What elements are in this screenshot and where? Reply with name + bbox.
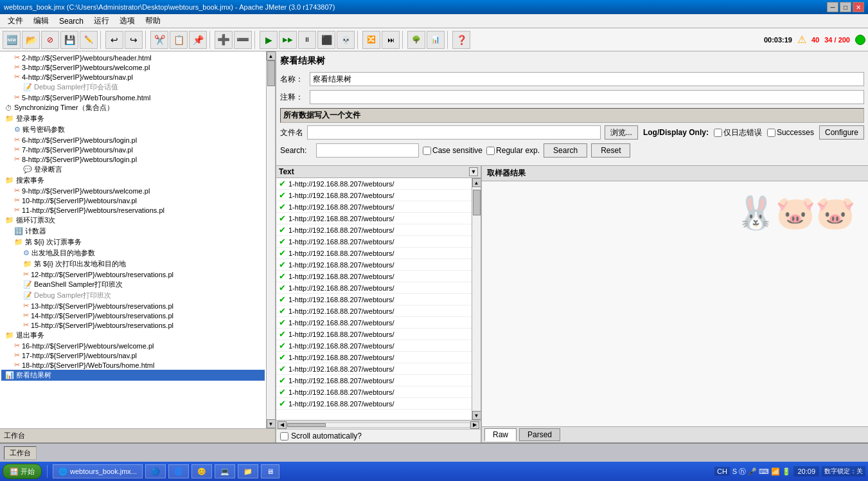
- menu-help[interactable]: 帮助: [140, 14, 166, 28]
- tab-parsed[interactable]: Parsed: [519, 428, 560, 441]
- regular-exp-checkbox[interactable]: [486, 147, 495, 155]
- remote-stop-button[interactable]: ⏭: [382, 31, 400, 49]
- menu-search[interactable]: Search: [54, 15, 89, 27]
- column-dropdown[interactable]: ▼: [469, 167, 478, 176]
- list-item[interactable]: ✔1-http://192.168.88.207/webtours/: [276, 340, 472, 352]
- result-scroll-down[interactable]: ▼: [472, 411, 481, 420]
- list-item[interactable]: ✔1-http://192.168.88.207/webtours/: [276, 294, 472, 305]
- tree-item[interactable]: ✂2-http://${ServerIP}/webtours/header.ht…: [1, 53, 265, 62]
- start-button[interactable]: 🪟 开始: [3, 464, 42, 479]
- case-sensitive-checkbox[interactable]: [423, 147, 431, 155]
- tree-item[interactable]: 📁第 ${i} 次订票事务: [1, 237, 265, 248]
- taskbar-item-0[interactable]: 🌐 webtours_book.jmx...: [53, 464, 143, 478]
- tree-item[interactable]: 📊察看结果树: [1, 370, 265, 381]
- tree-item[interactable]: 📝Debug Sampler打印会话值: [1, 82, 265, 93]
- close-button[interactable]: ✕: [853, 2, 864, 12]
- tree-item[interactable]: 📁登录事务: [1, 113, 265, 124]
- tree-item[interactable]: 📁退出事务: [1, 330, 265, 341]
- search-input[interactable]: [316, 143, 419, 158]
- tree-item[interactable]: ⚙账号密码参数: [1, 124, 265, 135]
- tree-item[interactable]: 📝Debug Sampler打印班次: [1, 290, 265, 301]
- search-button[interactable]: Search: [544, 143, 587, 158]
- tree-item[interactable]: 📁第 ${i} 次打印出发地和目的地: [1, 259, 265, 269]
- tree-item[interactable]: 💬登录断言: [1, 164, 265, 175]
- stop-button[interactable]: ⬛: [317, 31, 335, 49]
- tree-item[interactable]: ✂10-http://${ServerIP}/webtours/nav.pl: [1, 195, 265, 205]
- regular-exp-label[interactable]: Regular exp.: [486, 146, 540, 155]
- list-item[interactable]: ✔1-http://192.168.88.207/webtours/: [276, 236, 472, 248]
- taskbar-item-5[interactable]: 📁: [238, 464, 258, 478]
- tree-item[interactable]: ✂16-http://${ServerIP}/webtours/welcome.…: [1, 341, 265, 350]
- redo-button[interactable]: ↪: [125, 31, 143, 49]
- tree-item[interactable]: ✂13-http://${ServerIP}/webtours/reservat…: [1, 301, 265, 311]
- tree-item[interactable]: ✂6-http://${ServerIP}/webtours/login.pl: [1, 135, 265, 145]
- taskbar-clock[interactable]: 20:09: [793, 466, 819, 476]
- errors-only-checkbox[interactable]: [714, 129, 722, 137]
- menu-run[interactable]: 运行: [89, 14, 114, 28]
- tree-item[interactable]: 📁搜索事务: [1, 175, 265, 186]
- taskbar-item-4[interactable]: 💻: [215, 464, 235, 478]
- list-item[interactable]: ✔1-http://192.168.88.207/webtours/: [276, 213, 472, 224]
- menu-edit[interactable]: 编辑: [28, 14, 54, 28]
- tree-item[interactable]: ✂17-http://${ServerIP}/webtours/nav.pl: [1, 350, 265, 360]
- tree-scroll-thumb[interactable]: [267, 60, 275, 86]
- reset-button[interactable]: Reset: [591, 143, 630, 158]
- maximize-button[interactable]: □: [840, 2, 851, 12]
- taskbar-item-6[interactable]: 🖥: [261, 464, 279, 478]
- result-hscrollbar[interactable]: ◀ ▶: [276, 420, 481, 429]
- remote-start-button[interactable]: 🔀: [362, 31, 380, 49]
- list-item[interactable]: ✔1-http://192.168.88.207/webtours/: [276, 190, 472, 201]
- hscroll-left[interactable]: ◀: [278, 421, 287, 429]
- hscroll-right[interactable]: ▶: [470, 421, 479, 429]
- tree-scroll-down[interactable]: ▼: [267, 419, 276, 428]
- list-item[interactable]: ✔1-http://192.168.88.207/webtours/: [276, 201, 472, 213]
- tree-item[interactable]: ✂4-http://${ServerIP}/webtours/nav.pl: [1, 72, 265, 82]
- list-item[interactable]: ✔1-http://192.168.88.207/webtours/: [276, 386, 472, 398]
- undo-button[interactable]: ↩: [105, 31, 123, 49]
- errors-only-checkbox-label[interactable]: 仅日志错误: [714, 127, 762, 138]
- successes-checkbox[interactable]: [767, 129, 775, 137]
- scroll-auto-checkbox[interactable]: [280, 432, 288, 440]
- list-item[interactable]: ✔1-http://192.168.88.207/webtours/: [276, 329, 472, 340]
- result-scroll-up[interactable]: ▲: [472, 178, 481, 187]
- hscroll-thumb[interactable]: [287, 423, 326, 427]
- browse-button[interactable]: 浏览...: [605, 125, 638, 140]
- name-input[interactable]: [310, 72, 864, 86]
- pause-button[interactable]: ⏸: [298, 31, 316, 49]
- tree-item[interactable]: ✂18-http://${ServerIP}/WebTours/home.htm…: [1, 360, 265, 370]
- successes-checkbox-label[interactable]: Successes: [767, 128, 814, 137]
- tree-item[interactable]: ✂15-http://${ServerIP}/webtours/reservat…: [1, 320, 265, 330]
- tree-item[interactable]: ✂12-http://${ServerIP}/webtours/reservat…: [1, 269, 265, 279]
- copy-button[interactable]: 📋: [170, 31, 188, 49]
- paste-button[interactable]: 📌: [189, 31, 207, 49]
- menu-file[interactable]: 文件: [3, 14, 28, 28]
- result-list[interactable]: ✔1-http://192.168.88.207/webtours/✔1-htt…: [276, 178, 472, 420]
- start-nopause-button[interactable]: ▶▶: [279, 31, 297, 49]
- templates-button[interactable]: ✏️: [80, 31, 98, 49]
- tree-item[interactable]: ✂14-http://${ServerIP}/webtours/reservat…: [1, 311, 265, 320]
- taskbar-item-2[interactable]: 🌀: [168, 464, 189, 478]
- tree-item[interactable]: 📝BeanShell Sampler打印班次: [1, 279, 265, 290]
- taskbar-item-1[interactable]: 🔵: [145, 464, 166, 478]
- comment-input[interactable]: [310, 90, 864, 104]
- list-item[interactable]: ✔1-http://192.168.88.207/webtours/: [276, 375, 472, 386]
- list-item[interactable]: ✔1-http://192.168.88.207/webtours/: [276, 317, 472, 329]
- tab-raw[interactable]: Raw: [484, 428, 517, 441]
- list-item[interactable]: ✔1-http://192.168.88.207/webtours/: [276, 271, 472, 282]
- add-button[interactable]: ➕: [215, 31, 233, 49]
- result-scrollbar[interactable]: ▲ ▼: [472, 178, 481, 420]
- remove-button[interactable]: ➖: [234, 31, 252, 49]
- tree-item[interactable]: ✂9-http://${ServerIP}/webtours/welcome.p…: [1, 186, 265, 195]
- tree-item[interactable]: ✂11-http://${ServerIP}/webtours/reservat…: [1, 205, 265, 215]
- tree-scrollbar[interactable]: ▲ ▼: [266, 51, 275, 428]
- list-item[interactable]: ✔1-http://192.168.88.207/webtours/: [276, 259, 472, 271]
- list-item[interactable]: ✔1-http://192.168.88.207/webtours/: [276, 224, 472, 236]
- help-toolbar-button[interactable]: ❓: [452, 31, 470, 49]
- tree-item[interactable]: ✂5-http://${ServerIP}/WebTours/home.html: [1, 93, 265, 102]
- list-item[interactable]: ✔1-http://192.168.88.207/webtours/: [276, 352, 472, 363]
- tree-item[interactable]: ✂7-http://${ServerIP}/webtours/nav.pl: [1, 145, 265, 154]
- tree-container[interactable]: ✂2-http://${ServerIP}/webtours/header.ht…: [0, 51, 266, 428]
- tree-item[interactable]: ⚙出发地及目的地参数: [1, 248, 265, 259]
- open-button[interactable]: 📂: [22, 31, 40, 49]
- list-item[interactable]: ✔1-http://192.168.88.207/webtours/: [276, 363, 472, 375]
